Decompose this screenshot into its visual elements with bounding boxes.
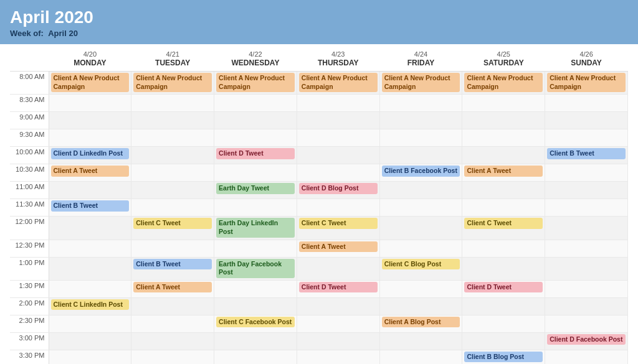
calendar-cell: Client B Tweet	[131, 257, 214, 280]
calendar-event[interactable]: Client A New Product Campaign	[382, 73, 460, 92]
calendar-event[interactable]: Earth Day Facebook Post	[216, 259, 295, 278]
calendar-cell	[462, 297, 545, 315]
calendar-cell: Client D Facebook Post	[545, 332, 628, 350]
calendar-cell	[462, 95, 545, 112]
calendar-cell	[214, 350, 297, 364]
calendar-event[interactable]: Client B Tweet	[133, 259, 212, 270]
calendar-cell	[545, 129, 628, 147]
day-tue: TUESDAY	[131, 58, 214, 72]
date-row: 4/20 4/21 4/22 4/23 4/24 4/25 4/26	[10, 50, 628, 58]
calendar-cell	[297, 297, 379, 315]
calendar-event[interactable]: Client A Tweet	[51, 166, 130, 177]
calendar-cell	[131, 315, 214, 332]
calendar-cell: Client B Tweet	[545, 147, 628, 164]
calendar-cell	[297, 95, 379, 112]
calendar-event[interactable]: Client C Tweet	[464, 218, 543, 229]
calendar-event[interactable]: Client D Tweet	[464, 282, 543, 293]
calendar-event[interactable]: Client A New Product Campaign	[216, 73, 295, 92]
calendar-cell: Client A New Product Campaign	[49, 72, 131, 95]
day-thu: THURSDAY	[297, 58, 379, 72]
calendar-cell	[214, 240, 297, 257]
calendar-event[interactable]: Client C Tweet	[299, 218, 378, 229]
calendar-cell	[462, 315, 545, 332]
time-label: 1:30 PM	[10, 280, 49, 297]
time-label: 8:00 AM	[10, 72, 49, 95]
time-label: 2:30 PM	[10, 315, 49, 332]
calendar-event[interactable]: Client A Tweet	[133, 282, 212, 293]
calendar-cell: Client C Facebook Post	[214, 315, 297, 332]
calendar-event[interactable]: Client B Facebook Post	[382, 166, 460, 177]
calendar-event[interactable]: Earth Day LinkedIn Post	[216, 218, 295, 237]
calendar-cell: Earth Day LinkedIn Post	[214, 217, 297, 240]
calendar-event[interactable]: Client A New Product Campaign	[133, 73, 212, 92]
calendar-event[interactable]: Client D Blog Post	[299, 183, 378, 194]
time-label: 2:00 PM	[10, 297, 49, 315]
calendar-event[interactable]: Client A Tweet	[299, 241, 378, 253]
time-row: 12:00 PMClient C TweetEarth Day LinkedIn…	[10, 217, 628, 240]
calendar-event[interactable]: Client C Tweet	[133, 218, 212, 229]
calendar-cell	[379, 332, 462, 350]
calendar-cell	[462, 112, 545, 129]
calendar-cell: Client B Tweet	[49, 199, 131, 217]
calendar-cell	[49, 95, 131, 112]
calendar-cell	[297, 147, 379, 164]
calendar-cell	[214, 297, 297, 315]
day-wed: WEDNESDAY	[214, 58, 297, 72]
day-sun: SUNDAY	[545, 58, 628, 72]
calendar-cell	[131, 297, 214, 315]
calendar-event[interactable]: Client C LinkedIn Post	[51, 299, 130, 310]
time-row: 11:00 AMEarth Day TweetClient D Blog Pos…	[10, 182, 628, 199]
calendar-cell	[545, 217, 628, 240]
calendar-cell	[545, 240, 628, 257]
time-row: 9:30 AM	[10, 129, 628, 147]
calendar-event[interactable]: Client D Tweet	[216, 148, 295, 159]
calendar-event[interactable]: Client A New Product Campaign	[464, 73, 543, 92]
calendar-cell: Client C LinkedIn Post	[49, 297, 131, 315]
calendar-event[interactable]: Client B Tweet	[547, 148, 626, 159]
calendar-title: April 2020	[10, 7, 628, 27]
calendar-event[interactable]: Client D LinkedIn Post	[51, 148, 130, 159]
calendar-cell	[214, 199, 297, 217]
calendar-cell: Client A Blog Post	[379, 315, 462, 332]
time-row: 9:00 AM	[10, 112, 628, 129]
time-row: 8:30 AM	[10, 95, 628, 112]
calendar-event[interactable]: Client C Blog Post	[382, 259, 460, 270]
time-row: 2:00 PMClient C LinkedIn Post	[10, 297, 628, 315]
calendar-event[interactable]: Client D Facebook Post	[547, 334, 626, 345]
time-label: 12:00 PM	[10, 217, 49, 240]
calendar-cell	[297, 257, 379, 280]
calendar-cell: Earth Day Tweet	[214, 182, 297, 199]
calendar-event[interactable]: Client C Facebook Post	[216, 317, 295, 328]
calendar-cell	[379, 112, 462, 129]
calendar-cell	[379, 129, 462, 147]
date-fri: 4/24	[379, 50, 462, 58]
calendar-cell	[462, 129, 545, 147]
calendar-cell	[379, 199, 462, 217]
calendar-cell	[131, 129, 214, 147]
calendar-event[interactable]: Client B Tweet	[51, 200, 130, 212]
calendar-event[interactable]: Client A New Product Campaign	[299, 73, 378, 92]
calendar-event[interactable]: Client D Tweet	[299, 282, 378, 293]
calendar-cell	[545, 182, 628, 199]
calendar-cell	[297, 199, 379, 217]
calendar-cell: Client A Tweet	[297, 240, 379, 257]
calendar-event[interactable]: Client A New Product Campaign	[51, 73, 130, 92]
calendar-event[interactable]: Earth Day Tweet	[216, 183, 295, 194]
calendar-week: Week of: April 20	[10, 29, 628, 38]
time-label: 3:30 PM	[10, 350, 49, 364]
calendar-event[interactable]: Client A Tweet	[464, 166, 543, 177]
calendar-cell	[379, 280, 462, 297]
calendar-cell: Client A Tweet	[131, 280, 214, 297]
calendar-event[interactable]: Client A New Product Campaign	[547, 73, 626, 92]
calendar-cell	[49, 332, 131, 350]
calendar-cell: Client C Blog Post	[379, 257, 462, 280]
calendar-event[interactable]: Client A Blog Post	[382, 317, 460, 328]
calendar-cell	[214, 280, 297, 297]
calendar-cell	[49, 350, 131, 364]
time-row: 11:30 AMClient B Tweet	[10, 199, 628, 217]
date-wed: 4/22	[214, 50, 297, 58]
calendar-event[interactable]: Client B Blog Post	[464, 352, 543, 363]
calendar-cell	[49, 217, 131, 240]
date-mon: 4/20	[49, 50, 131, 58]
time-row: 10:30 AMClient A TweetClient B Facebook …	[10, 164, 628, 182]
